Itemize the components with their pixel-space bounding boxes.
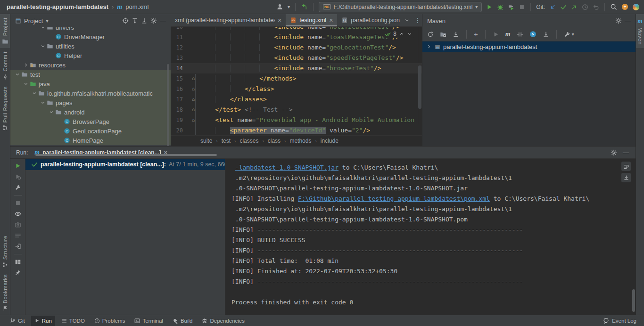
inline-watches-icon[interactable] (15, 211, 21, 217)
chevron-right-icon[interactable] (426, 44, 432, 49)
add-maven-project-icon[interactable]: + (474, 30, 478, 38)
event-log-label[interactable]: Event Log (612, 318, 636, 324)
sidebar-item-commit[interactable]: Commit (0, 48, 10, 83)
tab-xml-parallel-testing-appium-lambdatest-[interactable]: xml (parallel-testing-appium-lambdatest)… (171, 14, 286, 26)
statusbar-item-terminal[interactable]: Terminal (131, 316, 166, 326)
sidebar-item-project[interactable]: Project (0, 14, 10, 48)
hide-tool-window-icon[interactable]: — (623, 150, 629, 155)
maven-project-node[interactable]: m parallel-testing-appium-lambdatest (422, 41, 636, 52)
sidebar-item-bookmarks[interactable]: Bookmarks (0, 271, 10, 315)
statusbar-item-build[interactable]: Build (169, 316, 196, 326)
tree-item-geolocationpage[interactable]: CGeoLocationPage (10, 126, 171, 136)
chevron-down-icon[interactable] (39, 43, 47, 49)
pin-tab-icon[interactable] (15, 269, 21, 276)
more-options-icon[interactable]: ⋮ (414, 16, 421, 24)
sidebar-item-structure[interactable]: Structure (0, 232, 10, 271)
sidebar-item-pull-requests[interactable]: Pull Requests (0, 83, 10, 134)
run-console[interactable]: -lambdatest-1.0-SNAPSHOT.jar to C:\Users… (225, 159, 636, 315)
tree-item-test[interactable]: test (10, 70, 171, 79)
tree-item-helper[interactable]: CHelper (10, 51, 171, 60)
inspection-widget[interactable]: 8 (383, 30, 414, 38)
statusbar-item-dependencies[interactable]: Dependencies (198, 316, 248, 326)
code-line-14[interactable]: 14 <include name="browserTest"/> (171, 63, 422, 73)
offline-mode-icon[interactable] (529, 31, 537, 38)
skip-tests-icon[interactable] (517, 31, 523, 38)
user-profile-icon[interactable] (276, 3, 283, 10)
statusbar-item-todo[interactable]: TODO (58, 316, 88, 326)
locate-file-icon[interactable] (122, 17, 129, 24)
event-log-icon[interactable] (603, 318, 609, 324)
run-button[interactable] (486, 4, 493, 10)
code-line-20[interactable]: 20 <parameter name="deviceId" value="2"/… (171, 125, 422, 135)
sidebar-item-maven[interactable]: mMaven (636, 14, 644, 48)
code-with-me-icon[interactable] (633, 4, 639, 10)
tree-item-io.github.mfaisalkhatri.mobileautomatic[interactable]: io.github.mfaisalkhatri.mobileautomatic (10, 89, 171, 98)
next-problem-icon[interactable] (407, 31, 413, 37)
hide-tool-window-icon[interactable]: — (625, 18, 631, 23)
run-settings-icon[interactable] (15, 184, 21, 191)
rerun-button[interactable] (15, 163, 21, 169)
code-line-16[interactable]: 16⌂ </class> (171, 84, 422, 94)
history-icon[interactable] (582, 4, 588, 10)
back-navigate-icon[interactable] (301, 3, 308, 10)
breadcrumb-item-include[interactable]: include (321, 138, 339, 144)
generate-sources-icon[interactable] (440, 31, 446, 38)
code-editor[interactable]: 10 <include name="notificationTest"/>11 … (171, 27, 422, 135)
stop-button[interactable] (519, 4, 525, 10)
editor-scrollbar[interactable] (418, 27, 422, 124)
statusbar-item-git[interactable]: Git (7, 316, 28, 326)
hide-tool-window-icon[interactable]: — (160, 18, 166, 23)
chevron-down-icon[interactable] (39, 27, 47, 30)
tree-item-java[interactable]: java (10, 79, 171, 89)
tab-testng.xml[interactable]: <>testng.xml× (286, 14, 337, 26)
run-maven-build-icon[interactable] (493, 31, 499, 38)
breadcrumb-item-methods[interactable]: methods (289, 138, 311, 144)
breadcrumb-item-classes[interactable]: classes (239, 138, 258, 144)
project-tree-scrollbar[interactable] (167, 64, 169, 146)
gear-icon[interactable] (615, 17, 622, 24)
git-push-icon[interactable] (571, 4, 578, 10)
project-view-title[interactable]: Project (24, 17, 43, 24)
tab-parallel.config.json[interactable]: {}parallel.config.json (337, 14, 404, 26)
git-commit-icon[interactable] (560, 4, 567, 10)
breadcrumb-item-test[interactable]: test (222, 138, 231, 144)
rollback-icon[interactable] (593, 4, 599, 10)
jump-to-source-icon[interactable] (15, 243, 21, 250)
chevron-down-icon[interactable] (404, 17, 410, 23)
code-line-12[interactable]: 12 <include name="geoLocationTest"/> (171, 42, 422, 53)
restore-layout-icon[interactable] (15, 259, 21, 265)
git-update-icon[interactable] (549, 4, 556, 10)
tree-item-pages[interactable]: pages (10, 98, 171, 107)
tree-item-drivers[interactable]: drivers (10, 27, 171, 32)
run-tree-hscrollbar[interactable] (35, 154, 217, 156)
chevron-down-icon[interactable]: ▾ (46, 18, 48, 24)
code-line-13[interactable]: 13 <include name="speedTestPageTest"/> (171, 53, 422, 63)
collapse-all-icon[interactable] (141, 17, 148, 24)
breadcrumb-item-suite[interactable]: suite (200, 138, 212, 144)
search-everywhere-icon[interactable] (610, 3, 617, 10)
console-link[interactable]: -lambdatest-1.0-SNAPSHOT.jar (235, 164, 339, 171)
chevron-down-icon[interactable] (30, 90, 38, 96)
update-available-icon[interactable] (621, 3, 628, 10)
chevron-down-icon[interactable] (39, 100, 47, 106)
stop-button[interactable] (15, 200, 21, 206)
tree-item-browserpage[interactable]: CBrowserPage (10, 117, 171, 126)
code-line-17[interactable]: 17⌂ </classes> (171, 94, 422, 105)
chevron-down-icon[interactable] (22, 81, 30, 87)
tree-item-drivermanager[interactable]: CDriverManager (10, 32, 171, 41)
reload-maven-icon[interactable] (427, 31, 434, 38)
profiler-icon[interactable] (15, 173, 21, 180)
close-icon[interactable]: × (278, 17, 281, 23)
run-configuration-select[interactable]: NG F:/Github/parallel-testing-appium-lam… (319, 2, 482, 12)
prev-problem-icon[interactable] (399, 31, 405, 37)
console-link[interactable]: F:\Github\parallel-testing-appium-lambda… (298, 195, 490, 202)
breadcrumb-item-class[interactable]: class (268, 138, 281, 144)
debug-button[interactable] (497, 4, 504, 10)
soft-wrap-icon[interactable] (621, 162, 631, 171)
tree-item-android[interactable]: android (10, 107, 171, 117)
tree-item-resources[interactable]: resources (10, 60, 171, 70)
code-line-19[interactable]: 19⌂ <test name="Proverbial app - Android… (171, 115, 422, 125)
execute-maven-goal-icon[interactable]: m (505, 31, 511, 38)
thread-dump-icon[interactable] (15, 232, 21, 239)
coverage-button[interactable] (508, 4, 514, 10)
